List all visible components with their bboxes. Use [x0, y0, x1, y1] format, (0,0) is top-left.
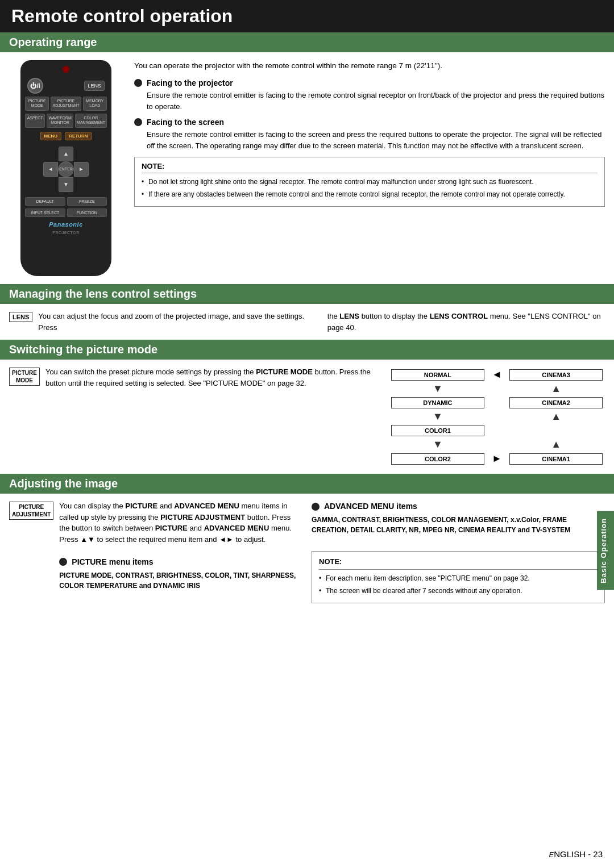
mode-up-arrow-3: ▲: [509, 439, 603, 450]
picture-mode-left-group: PICTUREMODE You can switch the preset pi…: [9, 366, 380, 389]
bullet-heading-screen: Facing to the screen: [134, 118, 605, 127]
mode-box-cinema1: CINEMA1: [509, 453, 603, 465]
remote-btn-picture-mode: PICTUREMODE: [25, 97, 49, 111]
remote-freeze-btn: FREEZE: [67, 197, 107, 206]
remote-row1: PICTUREMODE PICTUREADJUSTMENT MEMORYLOAD: [25, 97, 107, 111]
english-label: E: [549, 850, 554, 859]
mode-box-cinema2: CINEMA2: [509, 397, 603, 408]
mode-diagram-table: NORMAL ◄ CINEMA3 ▼ ▲ DYNAMIC: [389, 366, 605, 467]
picture-adj-badge: PICTUREADJUSTMENT: [9, 502, 53, 520]
mode-cell-cinema1: CINEMA1: [509, 453, 603, 465]
remote-btn-color-mgmt: COLORMANAGEMENT: [75, 114, 107, 128]
remote-btn-aspect: ASPECT: [25, 114, 45, 128]
section-title-lens: Managing the lens control settings: [9, 287, 605, 301]
picture-menu-icon: [59, 558, 67, 566]
section-title-operating-range: Operating range: [9, 36, 605, 49]
adjusting-content: PICTUREADJUSTMENT You can display the PI…: [0, 494, 614, 617]
advanced-menu-heading: ADVANCED MENU items: [312, 500, 605, 512]
section-header-operating-range: Operating range: [0, 32, 614, 52]
mode-cell-normal: NORMAL: [391, 369, 484, 381]
remote-product-label: PROJECTOR: [52, 231, 80, 235]
note-adj-item-2: The screen will be cleared after 7 secon…: [319, 586, 598, 596]
bullet-body-screen: Ensure the remote control emitter is fac…: [134, 129, 605, 151]
remote-menu-btn: MENU: [40, 132, 62, 140]
mode-box-color2: COLOR2: [391, 453, 484, 465]
mode-down-arrow-1: ▼: [391, 383, 484, 395]
mode-arrow-right-1: ◄: [487, 369, 507, 381]
picture-mode-text-span: You can switch the preset picture mode s…: [45, 368, 371, 387]
page-title: Remote control operation: [11, 6, 603, 27]
lens-text-left: You can adjust the focus and zoom of the…: [38, 311, 316, 333]
note-adj-item-1: For each menu item description, see "PIC…: [319, 573, 598, 583]
lens-text-right: the LENS button to display the LENS CONT…: [327, 311, 605, 333]
adjusting-intro: You can display the PICTURE and ADVANCED…: [59, 500, 302, 545]
remote-default-btn: DEFAULT: [25, 197, 65, 206]
note-item-1: Do not let strong light shine onto the s…: [142, 177, 598, 187]
adjusting-left-group: PICTUREADJUSTMENT You can display the PI…: [9, 500, 302, 603]
side-tab: Basic Operation: [597, 511, 614, 590]
remote-lens-btn: LENS: [84, 81, 105, 91]
dpad-down: ▼: [59, 177, 73, 192]
note-title-operating-range: NOTE:: [142, 162, 598, 173]
operating-range-intro: You can operate the projector with the r…: [134, 60, 605, 72]
section-title-adjusting: Adjusting the image: [9, 477, 605, 490]
remote-top-row: ⏻/I LENS: [25, 78, 107, 94]
mode-row-2: DYNAMIC CINEMA2: [391, 397, 603, 408]
note-title-adjusting: NOTE:: [319, 556, 598, 570]
picture-mode-diagram: NORMAL ◄ CINEMA3 ▼ ▲ DYNAMIC: [389, 366, 605, 467]
mode-arrow-right-2: ►: [487, 453, 507, 465]
lens-content: LENS You can adjust the focus and zoom o…: [0, 304, 614, 340]
mode-box-dynamic: DYNAMIC: [391, 397, 484, 408]
bullet-title-projector: Facing to the projector: [147, 78, 233, 87]
bullet-title-screen: Facing to the screen: [147, 118, 224, 127]
picture-menu-heading: PICTURE menu items: [59, 556, 302, 568]
remote-input-select-btn: INPUT SELECT: [25, 208, 65, 217]
bullet-icon-projector: [134, 79, 142, 87]
operating-range-text: You can operate the projector with the r…: [134, 60, 605, 276]
ir-emitter: [63, 66, 69, 73]
note-list-operating-range: Do not let strong light shine onto the s…: [142, 177, 598, 199]
section-header-lens: Managing the lens control settings: [0, 284, 614, 304]
picture-mode-section: PICTUREMODE You can switch the preset pi…: [9, 360, 605, 474]
page-number: ENGLISH - 23: [549, 849, 603, 859]
remote-btn-memory-load: MEMORYLOAD: [83, 97, 107, 111]
mode-box-cinema3: CINEMA3: [509, 369, 603, 381]
advanced-menu-items: GAMMA, CONTRAST, BRIGHTNESS, COLOR MANAG…: [312, 515, 605, 535]
mode-up-arrow-2: ▲: [509, 411, 603, 423]
note-box-adjusting: NOTE: For each menu item description, se…: [312, 551, 605, 604]
dpad-up: ▲: [59, 147, 73, 161]
mode-cell-cinema2: CINEMA2: [509, 397, 603, 408]
section-header-picture: Switching the picture mode: [0, 340, 614, 360]
remote-menu-area: MENU RETURN: [25, 132, 107, 140]
advanced-menu-icon: [312, 503, 320, 511]
adjusting-top: PICTUREADJUSTMENT You can display the PI…: [9, 500, 605, 603]
dpad-right: ►: [74, 162, 89, 177]
bullet-facing-screen: Facing to the screen Ensure the remote c…: [134, 118, 605, 151]
dpad-enter: ENTER: [58, 161, 74, 177]
remote-power-btn: ⏻/I: [27, 78, 43, 94]
remote-image: ⏻/I LENS PICTUREMODE PICTUREADJUSTMENT M…: [9, 60, 123, 276]
main-content: ⏻/I LENS PICTUREMODE PICTUREADJUSTMENT M…: [0, 52, 614, 284]
remote-dpad: ▲ ▼ ◄ ► ENTER: [43, 147, 89, 192]
mode-down-arrow-3: ▼: [391, 439, 484, 450]
remote-row2: ASPECT WAVEFORMMONITOR COLORMANAGEMENT: [25, 114, 107, 128]
mode-cell-dynamic: DYNAMIC: [391, 397, 484, 408]
bullet-facing-projector: Facing to the projector Ensure the remot…: [134, 78, 605, 112]
lens-section: LENS You can adjust the focus and zoom o…: [9, 304, 605, 340]
picture-content: PICTUREMODE You can switch the preset pi…: [0, 360, 614, 474]
advanced-menu-title: ADVANCED MENU items: [324, 500, 417, 512]
bullet-heading-projector: Facing to the projector: [134, 78, 605, 87]
remote-function-btn: FUNCTION: [67, 208, 107, 217]
picture-mode-badge: PICTUREMODE: [9, 368, 40, 386]
section-header-adjusting: Adjusting the image: [0, 474, 614, 494]
page-title-bar: Remote control operation: [0, 0, 614, 32]
remote-bottom-row2: INPUT SELECT FUNCTION: [25, 208, 107, 217]
note-box-operating-range: NOTE: Do not let strong light shine onto…: [134, 157, 605, 207]
lens-text-left-span: You can adjust the focus and zoom of the…: [38, 312, 304, 332]
mode-box-color1: COLOR1: [391, 425, 484, 436]
adjusting-left-text: You can display the PICTURE and ADVANCED…: [59, 500, 302, 591]
mode-row-arrows-3: ▼ ▲: [391, 439, 603, 450]
note-list-adjusting: For each menu item description, see "PIC…: [319, 573, 598, 596]
lens-section-inner: You can adjust the focus and zoom of the…: [38, 311, 605, 333]
picture-menu-title: PICTURE menu items: [72, 556, 153, 568]
